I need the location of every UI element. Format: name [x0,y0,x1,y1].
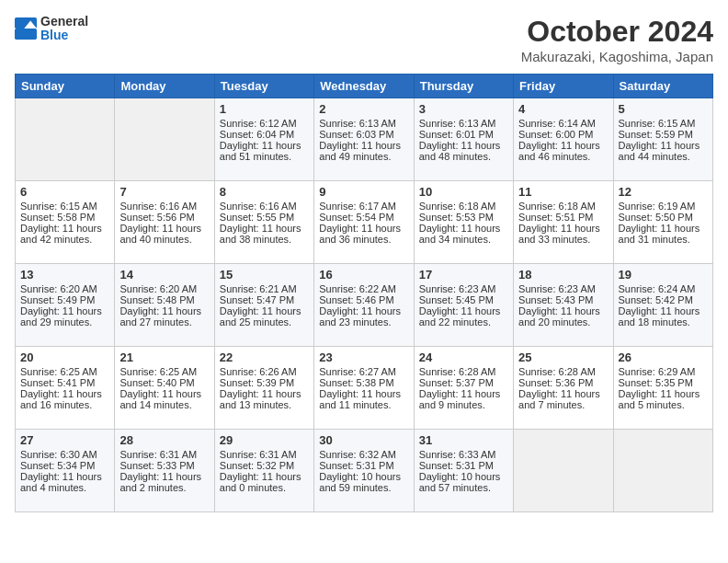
day-number: 22 [220,350,309,364]
sunset-text: Sunset: 5:36 PM [518,377,593,388]
day-number: 29 [220,433,309,447]
sunset-text: Sunset: 5:55 PM [220,212,294,223]
calendar-cell: 31Sunrise: 6:33 AMSunset: 5:31 PMDayligh… [414,430,513,512]
sunset-text: Sunset: 6:04 PM [220,129,294,140]
calendar-cell: 1Sunrise: 6:12 AMSunset: 6:04 PMDaylight… [214,98,313,181]
daylight-text: Daylight: 11 hours and 9 minutes. [419,388,501,410]
calendar-cell: 22Sunrise: 6:26 AMSunset: 5:39 PMDayligh… [214,347,313,430]
svg-rect-1 [15,29,37,40]
daylight-text: Daylight: 11 hours and 0 minutes. [220,471,301,493]
day-number: 5 [619,102,708,116]
day-number: 10 [419,185,508,199]
day-number: 21 [119,350,209,364]
sunset-text: Sunset: 5:49 PM [20,294,95,305]
sunset-text: Sunset: 5:35 PM [619,377,693,388]
calendar-week-row: 6Sunrise: 6:15 AMSunset: 5:58 PMDaylight… [16,181,713,264]
calendar-week-row: 20Sunrise: 6:25 AMSunset: 5:41 PMDayligh… [16,347,713,430]
sunset-text: Sunset: 5:59 PM [619,129,693,140]
day-number: 4 [518,102,608,116]
daylight-text: Daylight: 11 hours and 49 minutes. [319,140,401,162]
sunrise-text: Sunrise: 6:22 AM [319,283,396,294]
sunrise-text: Sunrise: 6:13 AM [419,118,496,129]
daylight-text: Daylight: 11 hours and 2 minutes. [119,471,201,493]
daylight-text: Daylight: 11 hours and 44 minutes. [619,140,700,162]
day-number: 27 [20,433,109,447]
daylight-text: Daylight: 11 hours and 18 minutes. [619,305,700,327]
sunset-text: Sunset: 5:46 PM [319,294,393,305]
day-number: 2 [319,102,408,116]
day-number: 9 [319,185,408,199]
daylight-text: Daylight: 11 hours and 4 minutes. [20,471,102,493]
logo-general-text: General [40,15,88,29]
daylight-text: Daylight: 11 hours and 22 minutes. [419,305,501,327]
sunrise-text: Sunrise: 6:19 AM [619,201,696,212]
sunrise-text: Sunrise: 6:23 AM [419,283,496,294]
daylight-text: Daylight: 11 hours and 29 minutes. [20,305,102,327]
calendar-cell [16,98,115,181]
sunrise-text: Sunrise: 6:25 AM [119,366,197,377]
calendar-cell: 24Sunrise: 6:28 AMSunset: 5:37 PMDayligh… [414,347,513,430]
sunrise-text: Sunrise: 6:18 AM [419,201,496,212]
day-number: 11 [518,185,608,199]
day-number: 20 [20,350,109,364]
sunset-text: Sunset: 5:38 PM [319,377,393,388]
calendar-cell: 9Sunrise: 6:17 AMSunset: 5:54 PMDaylight… [314,181,414,264]
calendar-cell: 10Sunrise: 6:18 AMSunset: 5:53 PMDayligh… [414,181,513,264]
sunset-text: Sunset: 5:40 PM [119,377,194,388]
daylight-text: Daylight: 11 hours and 31 minutes. [619,223,700,245]
calendar-cell: 8Sunrise: 6:16 AMSunset: 5:55 PMDaylight… [214,181,313,264]
sunrise-text: Sunrise: 6:16 AM [220,201,297,212]
sunrise-text: Sunrise: 6:26 AM [220,366,297,377]
daylight-text: Daylight: 10 hours and 59 minutes. [319,471,401,493]
daylight-text: Daylight: 11 hours and 27 minutes. [119,305,201,327]
day-number: 8 [220,185,309,199]
calendar-cell: 21Sunrise: 6:25 AMSunset: 5:40 PMDayligh… [115,347,214,430]
sunset-text: Sunset: 5:53 PM [419,212,494,223]
sunset-text: Sunset: 5:58 PM [20,212,95,223]
sunset-text: Sunset: 6:01 PM [419,129,494,140]
day-number: 6 [20,185,109,199]
calendar-cell: 12Sunrise: 6:19 AMSunset: 5:50 PMDayligh… [613,181,712,264]
sunrise-text: Sunrise: 6:31 AM [220,449,297,460]
calendar-cell: 13Sunrise: 6:20 AMSunset: 5:49 PMDayligh… [16,264,115,347]
sunset-text: Sunset: 5:42 PM [619,294,693,305]
day-number: 17 [419,268,508,282]
day-number: 19 [619,268,708,282]
sunrise-text: Sunrise: 6:16 AM [119,201,197,212]
calendar-week-row: 27Sunrise: 6:30 AMSunset: 5:34 PMDayligh… [16,430,713,512]
calendar-cell: 14Sunrise: 6:20 AMSunset: 5:48 PMDayligh… [115,264,214,347]
daylight-text: Daylight: 11 hours and 13 minutes. [220,388,301,410]
sunrise-text: Sunrise: 6:14 AM [518,118,596,129]
day-number: 7 [119,185,209,199]
weekday-header: Tuesday [214,75,313,98]
daylight-text: Daylight: 11 hours and 46 minutes. [518,140,600,162]
calendar-cell: 16Sunrise: 6:22 AMSunset: 5:46 PMDayligh… [314,264,414,347]
day-number: 16 [319,268,408,282]
weekday-header: Thursday [414,75,513,98]
weekday-header: Monday [115,75,214,98]
logo-icon [15,17,37,40]
weekday-header: Friday [514,75,613,98]
sunrise-text: Sunrise: 6:15 AM [20,201,97,212]
sunset-text: Sunset: 5:56 PM [119,212,194,223]
sunset-text: Sunset: 6:03 PM [319,129,393,140]
sunset-text: Sunset: 5:43 PM [518,294,593,305]
sunset-text: Sunset: 5:41 PM [20,377,95,388]
day-number: 1 [220,102,309,116]
day-number: 31 [419,433,508,447]
day-number: 18 [518,268,608,282]
sunrise-text: Sunrise: 6:24 AM [619,283,696,294]
calendar-cell [115,98,214,181]
sunset-text: Sunset: 5:32 PM [220,460,294,471]
daylight-text: Daylight: 10 hours and 57 minutes. [419,471,501,493]
sunrise-text: Sunrise: 6:23 AM [518,283,596,294]
calendar-cell: 17Sunrise: 6:23 AMSunset: 5:45 PMDayligh… [414,264,513,347]
daylight-text: Daylight: 11 hours and 14 minutes. [119,388,201,410]
sunrise-text: Sunrise: 6:33 AM [419,449,496,460]
calendar-cell: 23Sunrise: 6:27 AMSunset: 5:38 PMDayligh… [314,347,414,430]
sunrise-text: Sunrise: 6:28 AM [518,366,596,377]
sunset-text: Sunset: 5:50 PM [619,212,693,223]
weekday-header-row: SundayMondayTuesdayWednesdayThursdayFrid… [16,75,713,98]
calendar-cell [514,430,613,512]
daylight-text: Daylight: 11 hours and 48 minutes. [419,140,501,162]
